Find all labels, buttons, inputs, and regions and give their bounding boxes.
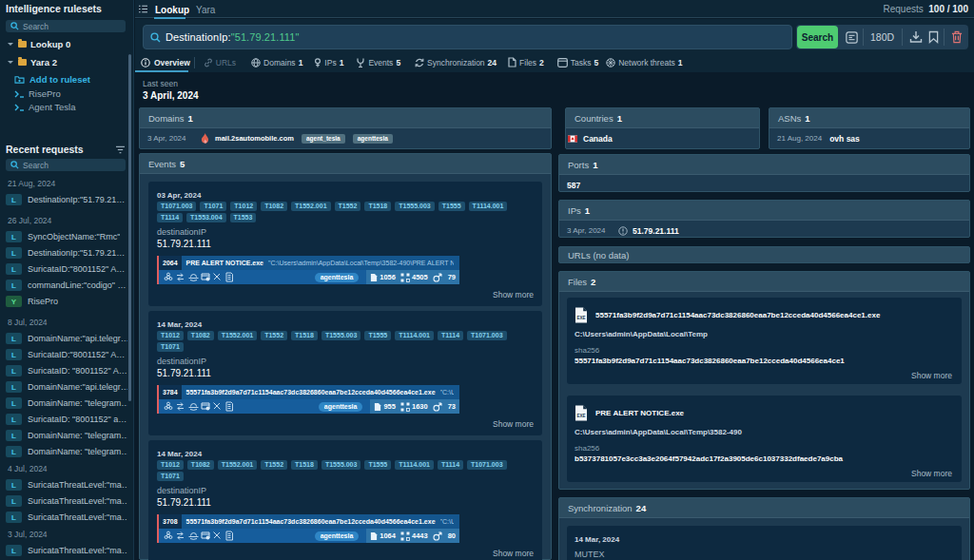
- svg-text:EXE: EXE: [576, 316, 585, 320]
- svg-text:EXE: EXE: [576, 414, 585, 418]
